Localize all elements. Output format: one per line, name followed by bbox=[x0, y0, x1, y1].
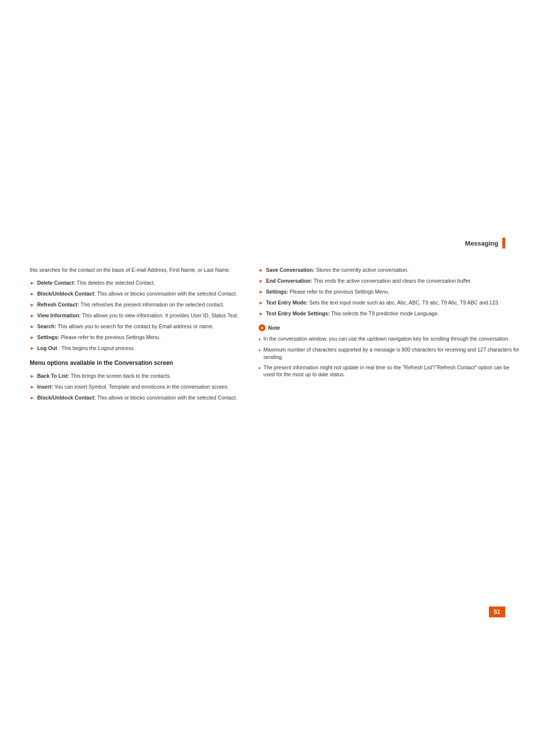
list-item: ► Search: This allows you to search for … bbox=[30, 323, 244, 330]
item-label: Refresh Contact: bbox=[37, 302, 79, 307]
note-dot: • bbox=[259, 347, 261, 354]
note-text: In the conversation window, you can use … bbox=[264, 335, 510, 343]
bullet-arrow-icon: ► bbox=[30, 373, 35, 380]
item-text: Stores the currently active conversation… bbox=[316, 267, 409, 273]
item-label: Settings: bbox=[37, 334, 59, 340]
content-area: this searches for the contact on the bas… bbox=[0, 256, 535, 415]
item-label: End Conversation: bbox=[266, 278, 312, 284]
item-content: Search: This allows you to search for th… bbox=[37, 323, 244, 330]
item-text: This deletes the selected Contact. bbox=[77, 280, 155, 286]
item-text: : This begins the Logout process. bbox=[58, 345, 135, 351]
list-item: ► Settings: Please refer to the previous… bbox=[30, 334, 244, 341]
list-item: ► Insert: You can insert Symbol, Templat… bbox=[30, 383, 244, 391]
bullet-arrow-icon: ► bbox=[30, 291, 35, 298]
item-content: Settings: Please refer to the previous S… bbox=[37, 334, 244, 341]
item-text: This brings the screen back to the conta… bbox=[71, 373, 171, 379]
item-text: Please refer to the previous Settings Me… bbox=[61, 334, 160, 340]
list-item: ► Back To List: This brings the screen b… bbox=[30, 372, 244, 380]
section-bullet-list: ► Back To List: This brings the screen b… bbox=[30, 372, 244, 402]
list-item: ► Delete Contact: This deletes the selec… bbox=[30, 279, 244, 287]
top-spacer bbox=[0, 0, 535, 238]
item-text: This allows you to view information. It … bbox=[82, 312, 239, 318]
note-list: • In the conversation window, you can us… bbox=[259, 335, 520, 378]
list-item: ► Text Entry Mode Settings: This selects… bbox=[259, 310, 520, 317]
item-label: Back To List: bbox=[37, 373, 69, 379]
bullet-arrow-icon: ► bbox=[30, 302, 35, 308]
item-text: Sets the text input mode such as abc, Ab… bbox=[309, 300, 499, 305]
item-label: Text Entry Mode: bbox=[266, 300, 308, 305]
bullet-arrow-icon: ► bbox=[30, 312, 35, 319]
item-content: Insert: You can insert Symbol, Template … bbox=[37, 383, 244, 391]
note-section: ● Note • In the conversation window, you… bbox=[259, 324, 520, 378]
bullet-arrow-icon: ► bbox=[30, 280, 35, 287]
item-label: Log Out bbox=[37, 345, 57, 351]
note-item: • Maximum number of characters supported… bbox=[259, 346, 520, 360]
page-number-container: 51 bbox=[489, 606, 505, 617]
item-content: Text Entry Mode: Sets the text input mod… bbox=[266, 299, 520, 306]
item-label: Text Entry Mode Settings: bbox=[266, 310, 330, 316]
item-content: Block/Unblock Contact: This allows or bl… bbox=[37, 290, 244, 298]
bullet-arrow-icon: ► bbox=[259, 267, 264, 274]
item-text: This selects the T9 predictive mode Lang… bbox=[331, 310, 439, 316]
note-item: • In the conversation window, you can us… bbox=[259, 335, 520, 343]
section-heading: Menu options available in the Conversati… bbox=[30, 359, 244, 367]
list-item: ► Block/Unblock Contact: This allows or … bbox=[30, 290, 244, 298]
item-text: This allows you to search for the contac… bbox=[57, 323, 214, 329]
item-label: Search: bbox=[37, 323, 56, 329]
note-icon: ● bbox=[259, 324, 266, 331]
item-content: Block/Unblock Contact: This allows or bl… bbox=[37, 394, 244, 402]
note-title: Note bbox=[268, 325, 280, 331]
list-item: ► Refresh Contact: This refreshes the pr… bbox=[30, 301, 244, 308]
item-content: Text Entry Mode Settings: This selects t… bbox=[266, 310, 520, 317]
list-item: ► Text Entry Mode: Sets the text input m… bbox=[259, 299, 520, 306]
bullet-arrow-icon: ► bbox=[30, 323, 35, 330]
item-text: You can insert Symbol, Template and emot… bbox=[54, 384, 229, 390]
page-container: Messaging this searches for the contact … bbox=[0, 0, 535, 756]
list-item: ► Settings: Please refer to the previous… bbox=[259, 288, 520, 296]
note-text: The present information might not update… bbox=[264, 364, 520, 378]
left-bullet-list: ► Delete Contact: This deletes the selec… bbox=[30, 279, 244, 352]
item-content: End Conversation: This ends the active c… bbox=[266, 277, 520, 285]
list-item: ► Block/Unblock Contact: This allows or … bbox=[30, 394, 244, 402]
bullet-arrow-icon: ► bbox=[30, 384, 35, 391]
list-item: ► Log Out : This begins the Logout proce… bbox=[30, 345, 244, 352]
list-item: ► View Information: This allows you to v… bbox=[30, 312, 244, 319]
item-label: Save Conversation: bbox=[266, 267, 315, 273]
bullet-arrow-icon: ► bbox=[259, 289, 264, 296]
item-text: This refreshes the present information o… bbox=[80, 302, 224, 307]
item-label: View Information: bbox=[37, 312, 81, 318]
orange-accent-bar bbox=[502, 238, 505, 249]
item-content: Save Conversation: Stores the currently … bbox=[266, 266, 520, 274]
note-dot: • bbox=[259, 364, 261, 372]
left-column: this searches for the contact on the bas… bbox=[30, 266, 244, 405]
messaging-header: Messaging bbox=[0, 238, 535, 256]
page-number: 51 bbox=[489, 606, 505, 617]
messaging-title: Messaging bbox=[465, 240, 498, 247]
list-item: ► Save Conversation: Stores the currentl… bbox=[259, 266, 520, 274]
list-item: ► End Conversation: This ends the active… bbox=[259, 277, 520, 285]
note-header: ● Note bbox=[259, 324, 520, 331]
bullet-arrow-icon: ► bbox=[30, 345, 35, 352]
right-bullet-list: ► Save Conversation: Stores the currentl… bbox=[259, 266, 520, 317]
item-text: This ends the active conversation and cl… bbox=[314, 278, 472, 284]
note-dot: • bbox=[259, 336, 261, 343]
item-content: Log Out : This begins the Logout process… bbox=[37, 345, 244, 352]
item-content: Refresh Contact: This refreshes the pres… bbox=[37, 301, 244, 308]
item-label: Insert: bbox=[37, 384, 53, 390]
bullet-arrow-icon: ► bbox=[30, 395, 35, 402]
item-content: Delete Contact: This deletes the selecte… bbox=[37, 279, 244, 287]
item-content: View Information: This allows you to vie… bbox=[37, 312, 244, 319]
item-content: Settings: Please refer to the previous S… bbox=[266, 288, 520, 296]
bullet-arrow-icon: ► bbox=[259, 300, 264, 306]
item-label: Delete Contact: bbox=[37, 280, 75, 286]
note-text: Maximum number of characters supported b… bbox=[264, 346, 520, 360]
right-column: ► Save Conversation: Stores the currentl… bbox=[259, 266, 520, 405]
bullet-arrow-icon: ► bbox=[30, 334, 35, 341]
intro-text: this searches for the contact on the bas… bbox=[30, 266, 244, 274]
item-content: Back To List: This brings the screen bac… bbox=[37, 372, 244, 380]
item-text: Please refer to the previous Settings Me… bbox=[290, 289, 389, 295]
item-label: Settings: bbox=[266, 289, 288, 295]
item-text: This allows or blocks conversation with … bbox=[97, 395, 237, 401]
bullet-arrow-icon: ► bbox=[259, 310, 264, 317]
item-text: This allows or blocks conversation with … bbox=[97, 291, 237, 297]
